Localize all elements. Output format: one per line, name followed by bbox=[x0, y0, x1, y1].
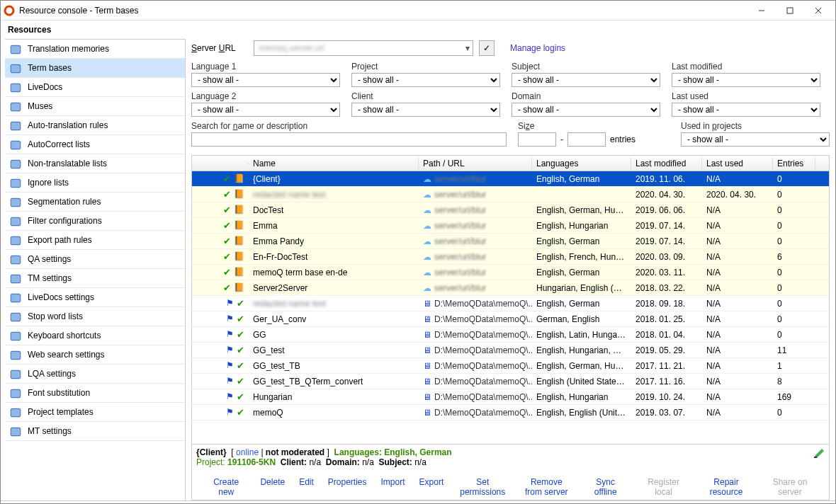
table-row[interactable]: ✔📙Server2Server☁server/url/blurHungarian… bbox=[192, 280, 829, 296]
table-row[interactable]: ⚑✔GG_test_TB🖥D:\MemoQData\memoQ\...Engli… bbox=[192, 358, 829, 374]
table-row[interactable]: ⚑✔GG🖥D:\MemoQData\memoQ\...English, Lati… bbox=[192, 327, 829, 343]
cell-used: N/A bbox=[702, 268, 773, 277]
server-url-value: memoq.server.url bbox=[254, 43, 463, 53]
remove-link[interactable]: Remove from server bbox=[514, 474, 578, 500]
table-body[interactable]: ✔📙{Client}☁server/url/blurEnglish, Germa… bbox=[192, 171, 829, 444]
subject-select[interactable]: - show all - bbox=[512, 73, 660, 87]
maximize-button[interactable] bbox=[776, 2, 804, 19]
table-row[interactable]: ✔📙{Client}☁server/url/blurEnglish, Germa… bbox=[192, 171, 829, 187]
minimize-button[interactable] bbox=[747, 2, 776, 19]
sidebar-item-term-bases[interactable]: Term bases bbox=[5, 59, 185, 78]
language2-label: Language 2 bbox=[191, 91, 340, 101]
sidebar-item-filter-configurations[interactable]: Filter configurations bbox=[5, 212, 185, 231]
table-row[interactable]: ✔📙memoQ term base en-de☁server/url/blurE… bbox=[192, 265, 829, 280]
table-row[interactable]: ⚑✔GG_test🖥D:\MemoQData\memoQ\...English,… bbox=[192, 343, 829, 358]
sidebar-item-stop-word-lists[interactable]: Stop word lists bbox=[5, 307, 185, 326]
font-icon bbox=[9, 387, 22, 399]
sync-link[interactable]: Sync offline bbox=[578, 474, 633, 500]
sidebar-item-segmentation-rules[interactable]: Segmentation rules bbox=[5, 193, 185, 212]
sidebar-item-label: Auto-translation rules bbox=[28, 120, 108, 130]
sidebar-item-qa-settings[interactable]: QA settings bbox=[5, 250, 185, 269]
language1-select[interactable]: - show all - bbox=[191, 73, 340, 87]
lastmod-select[interactable]: - show all - bbox=[672, 73, 820, 87]
pin-icon: ⚑ bbox=[226, 329, 234, 340]
sidebar-item-web-search-settings[interactable]: Web search settings bbox=[5, 345, 185, 365]
edit-info-icon[interactable] bbox=[813, 446, 826, 459]
sidebar-item-label: Font substitution bbox=[28, 388, 90, 398]
check-icon: ✔ bbox=[237, 314, 244, 324]
table-row[interactable]: ✔📙En-Fr-DocTest☁server/url/blurEnglish, … bbox=[192, 249, 829, 265]
sidebar-item-export-path-rules[interactable]: Export path rules bbox=[5, 231, 185, 250]
sidebar-item-font-substitution[interactable]: Font substitution bbox=[5, 384, 185, 403]
table-row[interactable]: ✔📙Emma☁server/url/blurEnglish, Hungarian… bbox=[192, 218, 829, 234]
table-row[interactable]: ✔📙Emma Pandy☁server/url/blurEnglish, Ger… bbox=[192, 234, 829, 249]
col-entries[interactable]: Entries bbox=[773, 157, 815, 170]
sidebar-item-livedocs[interactable]: LiveDocs bbox=[5, 78, 185, 97]
projtpl-icon bbox=[9, 406, 22, 418]
project-select[interactable]: - show all - bbox=[351, 73, 500, 87]
sidebar-item-project-templates[interactable]: Project templates bbox=[5, 403, 185, 422]
computer-icon: 🖥 bbox=[423, 299, 431, 309]
client-select[interactable]: - show all - bbox=[351, 103, 500, 117]
export-link[interactable]: Export bbox=[412, 474, 451, 500]
repair-link[interactable]: Repair resource bbox=[694, 474, 758, 500]
table-row[interactable]: ⚑✔Hungarian🖥D:\MemoQData\memoQ\...Englis… bbox=[192, 389, 829, 405]
cloud-icon: ☁ bbox=[423, 268, 431, 277]
server-confirm-button[interactable]: ✓ bbox=[479, 40, 495, 56]
table-row[interactable]: ⚑✔memoQ🖥D:\MemoQData\memoQ\...English, E… bbox=[192, 405, 829, 420]
manage-logins-link[interactable]: Manage logins bbox=[510, 43, 565, 53]
close-button[interactable] bbox=[804, 2, 832, 19]
cell-name: Server2Server bbox=[249, 283, 419, 293]
sidebar-item-tm-settings[interactable]: TM settings bbox=[5, 269, 185, 288]
pin-icon: ⚑ bbox=[226, 391, 234, 402]
sidebar-item-label: Project templates bbox=[28, 407, 94, 417]
usedin-select[interactable]: - show all - bbox=[681, 132, 830, 147]
size-to-input[interactable] bbox=[567, 132, 606, 147]
pin-icon: ⚑ bbox=[226, 360, 234, 371]
server-url-combo[interactable]: memoq.server.url ▾ bbox=[254, 40, 473, 56]
sidebar-item-auto-translation-rules[interactable]: Auto-translation rules bbox=[5, 116, 185, 135]
col-mod[interactable]: Last modified bbox=[631, 157, 702, 170]
pin-icon: ⚑ bbox=[226, 407, 234, 418]
setperm-link[interactable]: Set permissions bbox=[451, 474, 514, 500]
cell-mod: 2019. 06. 06. bbox=[631, 205, 702, 215]
table-row[interactable]: ✔📙DocTest☁server/url/blurEnglish, German… bbox=[192, 202, 829, 218]
svg-rect-22 bbox=[11, 370, 21, 378]
sidebar-item-lqa-settings[interactable]: LQA settings bbox=[5, 365, 185, 384]
edit-link[interactable]: Edit bbox=[292, 474, 321, 500]
keyboard-icon bbox=[9, 330, 22, 341]
sidebar-item-non-translatable-lists[interactable]: Non-translatable lists bbox=[5, 154, 185, 173]
language2-select[interactable]: - show all - bbox=[191, 103, 340, 117]
info-domain: n/a bbox=[362, 457, 374, 467]
autotrans-icon bbox=[9, 120, 22, 131]
sidebar-item-keyboard-shortcuts[interactable]: Keyboard shortcuts bbox=[5, 326, 185, 345]
col-langs[interactable]: Languages bbox=[532, 157, 631, 170]
col-used[interactable]: Last used bbox=[702, 157, 773, 170]
table-row[interactable]: ⚑✔redacted name text🖥D:\MemoQData\memoQ\… bbox=[192, 296, 829, 311]
cell-langs: English, French, Hungarian bbox=[532, 252, 631, 262]
delete-link[interactable]: Delete bbox=[253, 474, 292, 500]
search-input[interactable] bbox=[191, 132, 507, 147]
col-name[interactable]: Name bbox=[249, 157, 419, 170]
check-icon: ✔ bbox=[223, 267, 231, 277]
sidebar-item-mt-settings[interactable]: MT settings bbox=[5, 422, 185, 441]
sidebar-item-ignore-lists[interactable]: Ignore lists bbox=[5, 173, 185, 193]
tb-icon bbox=[9, 62, 22, 74]
sidebar-item-muses[interactable]: Muses bbox=[5, 97, 185, 116]
import-link[interactable]: Import bbox=[374, 474, 412, 500]
table-row[interactable]: ✔📙redacted name text☁server/url/blur2020… bbox=[192, 187, 829, 202]
create-new-link[interactable]: Create new bbox=[199, 474, 253, 500]
sidebar-item-translation-memories[interactable]: Translation memories bbox=[5, 40, 185, 59]
sidebar-item-autocorrect-lists[interactable]: AutoCorrect lists bbox=[5, 135, 185, 154]
table-row[interactable]: ⚑✔Ger_UA_conv🖥D:\MemoQData\memoQ\...Germ… bbox=[192, 311, 829, 327]
resources-heading: Resources bbox=[1, 21, 835, 38]
domain-select[interactable]: - show all - bbox=[512, 103, 660, 117]
lastused-select[interactable]: - show all - bbox=[672, 103, 820, 117]
properties-link[interactable]: Properties bbox=[321, 474, 374, 500]
size-from-input[interactable] bbox=[518, 132, 556, 147]
table-row[interactable]: ⚑✔GG_test_TB_QTerm_convert🖥D:\MemoQData\… bbox=[192, 374, 829, 389]
cell-name: memoQ term base en-de bbox=[249, 268, 419, 277]
sidebar-item-livedocs-settings[interactable]: LiveDocs settings bbox=[5, 288, 185, 307]
col-path[interactable]: Path / URL bbox=[419, 157, 532, 170]
svg-rect-9 bbox=[11, 122, 21, 130]
